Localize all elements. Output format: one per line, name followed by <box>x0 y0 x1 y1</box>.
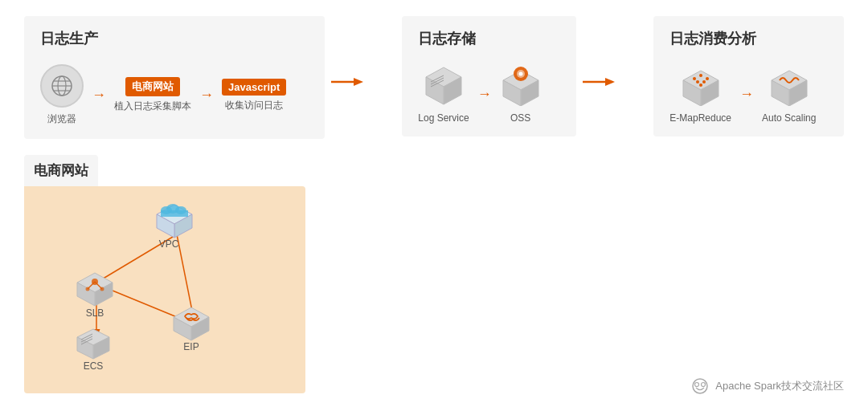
emapreduce-icon <box>680 64 722 106</box>
step2-box: Javascript 收集访问日志 <box>222 79 286 112</box>
storage-content: Log Service → OSS <box>418 64 560 124</box>
svg-point-26 <box>706 77 709 80</box>
browser-icon-box: 浏览器 <box>40 64 84 126</box>
step2-sub: 收集访问日志 <box>225 99 283 112</box>
panel-storage-title: 日志存储 <box>418 29 560 48</box>
svg-point-55 <box>100 287 104 291</box>
top-section: 日志生产 浏览器 → <box>24 16 844 139</box>
analysis-arrow: → <box>739 86 754 103</box>
svg-text:EIP: EIP <box>183 341 199 352</box>
svg-point-18 <box>518 72 522 76</box>
panel-storage: 日志存储 Log Ser <box>402 16 576 136</box>
oss-icon <box>500 64 542 106</box>
svg-text:VPC: VPC <box>159 238 179 250</box>
arrow-1: → <box>92 87 106 104</box>
svg-point-29 <box>699 83 702 87</box>
network-diagram-svg: VPC SLB <box>32 194 289 387</box>
main-container: 日志生产 浏览器 → <box>0 0 868 411</box>
oss-label: OSS <box>510 112 530 124</box>
ecommerce-header: 电商网站 <box>24 155 98 186</box>
arrow-2: → <box>199 87 214 104</box>
production-flow: 浏览器 → 电商网站 植入日志采集脚本 → Javascript 收集访问日志 <box>40 64 309 126</box>
panel-analysis-title: 日志消费分析 <box>669 29 828 48</box>
step1-sub: 植入日志采集脚本 <box>114 100 191 113</box>
ecommerce-title: 电商网站 <box>34 163 88 178</box>
svg-point-28 <box>702 80 706 83</box>
ecommerce-panel: 电商网站 <box>24 155 305 380</box>
step2-badge: Javascript <box>222 79 286 96</box>
big-arrow-2 <box>583 74 615 90</box>
svg-point-25 <box>699 74 702 77</box>
analysis-content: E-MapReduce → Auto Scaling <box>669 64 828 124</box>
emapreduce-label: E-MapReduce <box>669 112 731 124</box>
autoscaling-item: Auto Scaling <box>762 64 816 124</box>
svg-point-69 <box>695 383 699 387</box>
emapreduce-item: E-MapReduce <box>669 64 731 124</box>
svg-line-36 <box>113 291 181 319</box>
browser-icon <box>40 64 84 108</box>
spark-footer: Apache Spark技术交流社区 <box>691 377 844 395</box>
svg-text:ECS: ECS <box>84 360 104 372</box>
oss-item: OSS <box>500 64 542 124</box>
log-service-item: Log Service <box>418 64 469 124</box>
svg-point-24 <box>693 77 696 80</box>
svg-point-54 <box>86 287 90 291</box>
svg-marker-20 <box>605 78 615 86</box>
panel-production-title: 日志生产 <box>40 29 309 48</box>
step1-box: 电商网站 植入日志采集脚本 <box>114 77 191 113</box>
step1-badge: 电商网站 <box>125 77 180 96</box>
autoscaling-label: Auto Scaling <box>762 112 816 124</box>
panel-analysis: 日志消费分析 E-Map <box>653 16 844 136</box>
panel-production: 日志生产 浏览器 → <box>24 16 325 139</box>
spark-label: Apache Spark技术交流社区 <box>715 379 844 393</box>
spark-icon <box>691 377 709 395</box>
big-arrow-1 <box>331 74 363 90</box>
ecommerce-body: VPC SLB <box>24 186 305 393</box>
svg-rect-44 <box>161 210 188 217</box>
autoscaling-icon <box>768 64 810 106</box>
storage-arrow: → <box>477 86 492 103</box>
bottom-section: 电商网站 <box>24 155 844 380</box>
svg-text:SLB: SLB <box>86 307 104 319</box>
log-service-label: Log Service <box>418 112 469 124</box>
browser-label: 浏览器 <box>47 112 76 126</box>
svg-point-27 <box>696 80 699 83</box>
log-service-icon <box>423 64 465 106</box>
svg-line-34 <box>177 234 193 315</box>
svg-point-70 <box>702 383 706 387</box>
svg-marker-6 <box>354 78 363 86</box>
